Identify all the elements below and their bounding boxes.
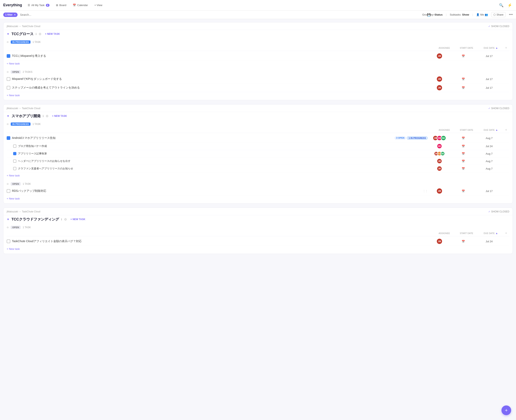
start-date-col-label: START DATE: [454, 232, 479, 234]
start-date-cell: 📅: [451, 190, 475, 193]
task-checkbox[interactable]: [7, 189, 10, 193]
add-col-btn[interactable]: ＋: [503, 128, 509, 132]
plus-icon[interactable]: ＋: [504, 46, 508, 49]
status-collapse-icon[interactable]: ⊖: [7, 182, 9, 185]
info-icon[interactable]: ℹ: [43, 114, 44, 118]
settings-icon[interactable]: ⚙: [39, 32, 41, 36]
assignee-cell: JM: [429, 239, 450, 244]
calendar-icon: 📅: [73, 4, 76, 7]
add-col-btn[interactable]: ＋: [503, 46, 509, 50]
start-date-col-label: START DATE: [454, 47, 479, 49]
task-checkbox[interactable]: [7, 54, 10, 58]
subtask-row[interactable]: クラファン支援者へアプリリリースのお知らせ JM 📅 Aug 7: [7, 165, 509, 172]
more-options-icon[interactable]: •••: [432, 13, 435, 16]
status-header[interactable]: ⊖ OPEN 2 TASKS: [7, 68, 509, 75]
avatar: NK: [441, 151, 445, 156]
subtasks-label: Subtasks: Show: [450, 13, 469, 16]
task-row[interactable]: TaskChute Cloudアフィリエイト金額の表示バグ？対応 JM 📅 Ju…: [7, 237, 509, 246]
section-header: jMatsuzaki › TaskChute Cloud ✓ SHOW CLOS…: [3, 208, 513, 215]
tag-open: 3 OPEN: [395, 136, 406, 140]
drag-handle[interactable]: ⋮⋮: [423, 190, 428, 192]
plus-icon[interactable]: ＋: [504, 231, 508, 235]
due-date: Jul 17: [486, 78, 493, 81]
new-task-row[interactable]: + New task: [7, 92, 509, 98]
status-group-open-3: ⊖ OPEN 1 TASK ASSIGNEE START DATE DUE DA…: [3, 224, 513, 254]
status-header[interactable]: ⊖ OPEN 1 TASK: [7, 180, 509, 187]
settings-icon[interactable]: ⚙: [46, 114, 49, 118]
avatar: JM: [437, 76, 442, 82]
status-collapse-icon[interactable]: ⊖: [7, 71, 9, 73]
task-row[interactable]: MixpanelでKPIをダッシュボード化する JM 📅 Jul 17: [7, 75, 509, 83]
search-button[interactable]: 🔍: [498, 2, 504, 8]
subtask-checkbox[interactable]: [13, 152, 16, 155]
sort-icon[interactable]: ▲: [495, 232, 498, 235]
new-task-button[interactable]: + NEW TASK: [51, 114, 68, 118]
start-date-col-label: START DATE: [454, 129, 479, 131]
avatar: JM: [437, 188, 442, 194]
task-row[interactable]: ステップメールの構成を考えてアウトラインを決める JM 📅 Jul 17: [7, 83, 509, 92]
task-checkbox[interactable]: [7, 240, 10, 243]
me-button[interactable]: 👤 Me 👥: [476, 13, 488, 16]
new-task-row[interactable]: + New task: [7, 60, 509, 67]
subtask-due-date: Aug 7: [477, 152, 501, 155]
task-row[interactable]: Androidスマホアプリリリース告知 3 OPEN1 IN PROGRESS …: [7, 134, 509, 142]
filter-chip[interactable]: 1 filter ×: [3, 13, 18, 17]
status-header[interactable]: ⊖ OPEN 1 TASK: [7, 224, 509, 230]
add-col-btn[interactable]: ＋: [503, 231, 509, 235]
tag-in-progress: 1 IN PROGRESS: [407, 136, 428, 140]
add-view-label: + View: [94, 4, 102, 7]
tab-board[interactable]: ⊞ Board: [53, 2, 69, 8]
settings-icon[interactable]: ⚙: [64, 218, 67, 221]
new-task-button[interactable]: + NEW TASK: [69, 217, 87, 222]
start-date-icon: 📅: [462, 190, 465, 193]
column-headers: ASSIGNEE START DATE DUE DATE ▲ ＋: [7, 127, 509, 133]
show-closed-button[interactable]: ✓ SHOW CLOSED: [488, 25, 509, 28]
subtask-checkbox[interactable]: [13, 144, 16, 148]
tab-view[interactable]: + View: [92, 2, 105, 8]
task-row[interactable]: RDSバックアップ削除対応 ⋮⋮ JM 📅 Jul 17: [7, 187, 509, 195]
task-checkbox[interactable]: [7, 136, 10, 140]
show-closed-button[interactable]: ✓ SHOW CLOSED: [488, 210, 509, 213]
save-icon[interactable]: 💾: [427, 13, 431, 16]
search-input[interactable]: [20, 13, 420, 16]
task-checkbox[interactable]: [7, 77, 10, 81]
status-header[interactable]: ⊖ IN PROGRESS 1 TASK: [7, 38, 509, 45]
show-closed-button[interactable]: ✓ SHOW CLOSED: [488, 107, 509, 110]
task-checkbox[interactable]: [7, 86, 10, 90]
status-badge: OPEN: [11, 226, 21, 229]
status-collapse-icon[interactable]: ⊖: [7, 41, 9, 44]
new-task-button[interactable]: + NEW TASK: [44, 32, 61, 36]
sort-icon[interactable]: ▲: [495, 46, 498, 49]
status-collapse-icon[interactable]: ⊖: [7, 123, 9, 126]
status-collapse-icon[interactable]: ⊖: [7, 226, 9, 229]
subtasks-value[interactable]: Show: [462, 13, 469, 16]
subtask-row[interactable]: ブログ用告知バナー作成 HH 📅 Jul 24: [7, 142, 509, 150]
flash-button[interactable]: ⚡: [507, 2, 513, 8]
new-task-row[interactable]: + New task: [7, 246, 509, 252]
sort-icon[interactable]: ▲: [495, 128, 498, 131]
filter-clear-icon[interactable]: ×: [14, 13, 15, 16]
assignee-col-label: ASSIGNEE: [434, 47, 454, 49]
group-by-value[interactable]: Status: [435, 13, 443, 16]
task-row[interactable]: TCCにMixpanelを導入する JM 📅 Jul 17: [7, 52, 509, 60]
due-date-cell: Aug 7: [477, 137, 501, 140]
tab-calendar[interactable]: 📅 Calendar: [70, 2, 90, 8]
section-toggle[interactable]: ▼: [7, 218, 9, 221]
tab-all-my-task[interactable]: ☰ All My Task 6: [25, 2, 52, 8]
new-task-row[interactable]: + New task: [7, 195, 509, 202]
info-icon[interactable]: ℹ: [61, 218, 62, 221]
plus-icon[interactable]: ＋: [504, 128, 508, 131]
subtask-row[interactable]: ヘッダーにアプリリリースのお知らせを出す JM 📅 Aug 7: [7, 158, 509, 165]
section-header: jMatsuzaki › TaskChute Cloud ✓ SHOW CLOS…: [3, 22, 513, 30]
subtask-row[interactable]: アプリリリース記事執筆 JMKSNK 📅 Aug 7: [7, 150, 509, 158]
section-toggle[interactable]: ▼: [7, 114, 9, 118]
status-header[interactable]: ⊖ IN PROGRESS 1 TASK: [7, 120, 509, 127]
due-date-cell: Jul 17: [477, 86, 501, 89]
new-task-row[interactable]: + New task: [7, 172, 509, 179]
info-icon[interactable]: ℹ: [36, 32, 37, 36]
subtask-checkbox[interactable]: [13, 167, 16, 170]
section-toggle[interactable]: ▼: [7, 32, 9, 36]
more-button[interactable]: •••: [509, 13, 513, 17]
subtask-checkbox[interactable]: [13, 159, 16, 163]
share-button[interactable]: ⬡ Share: [491, 12, 506, 17]
